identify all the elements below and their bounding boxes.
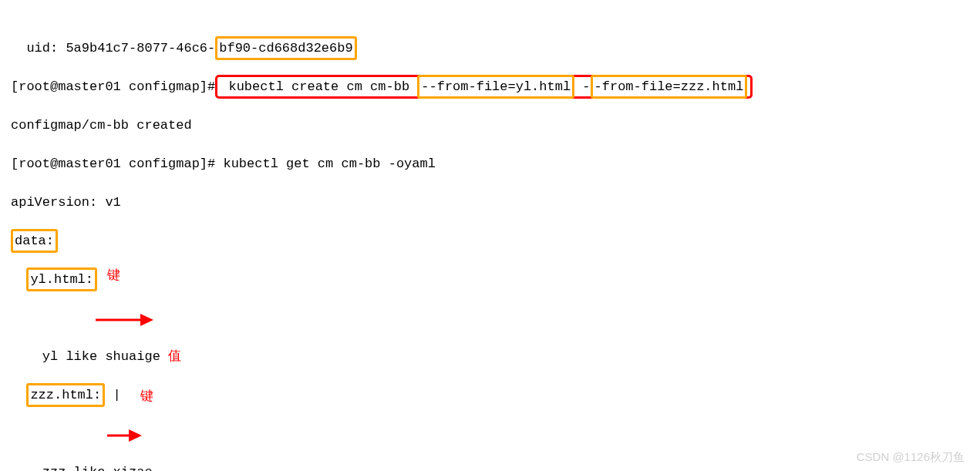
output-line: apiVersion: v1	[11, 193, 969, 212]
terminal-pane[interactable]: uid: 5a9b41c7-8077-46c6-bf90-cd668d32e6b…	[0, 0, 980, 471]
highlight-zzz-key: zzz.html:	[26, 383, 105, 407]
output-line: zzz like xizao	[11, 463, 969, 471]
annotation-key: 键	[107, 266, 120, 285]
highlight-yl-key: yl.html:	[26, 267, 97, 291]
highlight-data-key: data:	[11, 229, 58, 253]
svg-marker-1	[140, 314, 153, 326]
output-line: configmap/cm-bb created	[11, 116, 969, 135]
annotation-value: 值	[160, 349, 181, 364]
highlight-command: kubectl create cm cm-bb --from-file=yl.h…	[215, 75, 753, 99]
output-line: data:	[11, 231, 969, 251]
command-line: [root@master01 configmap]# kubectl get c…	[11, 154, 969, 173]
svg-marker-3	[129, 429, 142, 442]
arrow-icon	[107, 391, 142, 471]
arrow-icon	[96, 275, 153, 365]
highlight-arg-2: -from-file=zzz.html	[591, 75, 748, 99]
command-line: [root@master01 configmap]# kubectl creat…	[11, 77, 969, 96]
highlight-arg-1: --from-file=yl.html	[417, 75, 574, 99]
prompt: [root@master01 configmap]#	[11, 79, 215, 94]
prompt: [root@master01 configmap]#	[11, 156, 215, 171]
output-line: zzz.html: | 键	[11, 385, 969, 443]
output-line: uid: 5a9b41c7-8077-46c6-bf90-cd668d32e6b…	[11, 39, 969, 58]
annotation-key: 键	[140, 387, 153, 406]
output-line: yl like shuaige 值	[11, 347, 969, 366]
output-line: yl.html: 键	[11, 270, 969, 328]
highlight-uid-part: bf90-cd668d32e6b9	[215, 36, 356, 60]
